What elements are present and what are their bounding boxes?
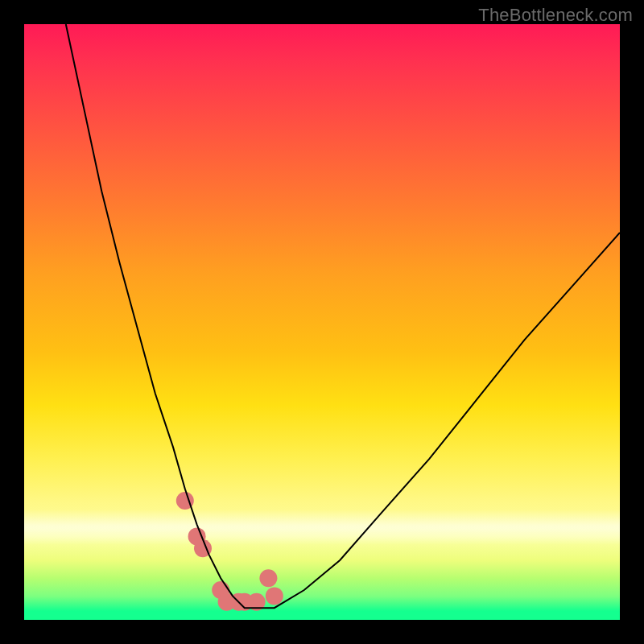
highlight-dot [259,569,277,587]
chart-svg [24,24,620,620]
chart-frame: TheBottleneck.com [0,0,644,644]
plot-area [24,24,620,620]
bottleneck-curve-path [66,24,620,608]
watermark-text: TheBottleneck.com [478,5,633,26]
highlight-dot [266,587,283,605]
highlight-dot [188,527,206,545]
